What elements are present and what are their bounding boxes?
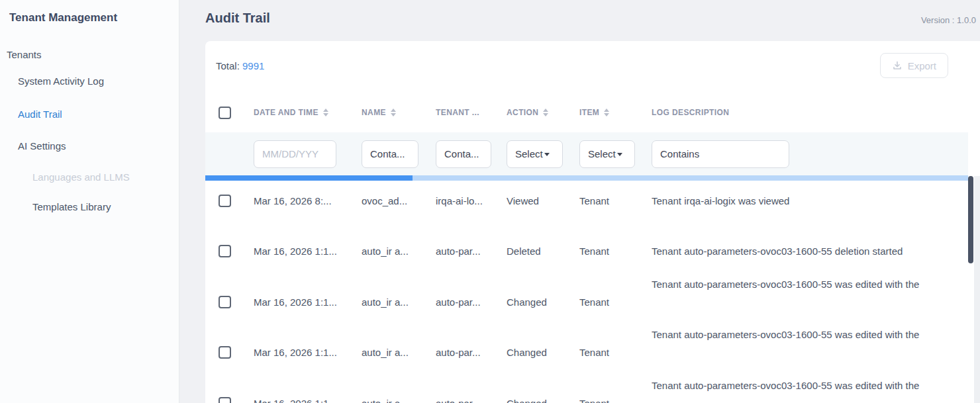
select-all-checkbox[interactable] [219,107,231,119]
cell-tenant: auto-par... [436,246,507,257]
cell-item: Tenant [579,296,652,308]
cell-tenant: irqa-ai-lo... [436,195,507,206]
column-header-label: NAME [362,108,386,117]
sort-arrows-icon[interactable] [543,109,548,116]
table-viewport: DATE AND TIMENAMETENANT ...ACTIONITEMLOG… [205,93,968,403]
horizontal-scrollbar[interactable] [205,175,968,181]
main-area: Audit Trail Version : 1.0.0 Total: 9991 … [180,0,980,403]
cell-action: Changed [507,296,579,308]
cell-description: Tenant irqa-ai-logix was viewed [652,195,968,206]
column-header-label: ITEM [579,108,599,117]
vertical-scrollbar-track [974,176,980,403]
chevron-down-icon [544,153,550,156]
row-checkbox[interactable] [219,346,231,359]
cell-date: Mar 16, 2026 1:1... [254,398,362,403]
row-checkbox[interactable] [219,296,231,308]
cell-name: auto_ir a... [362,398,436,403]
filter-input-description[interactable]: Contains [652,140,789,168]
filter-input-name[interactable]: Conta... [362,140,418,168]
filter-input-date[interactable]: MM/DD/YYY [254,140,336,168]
row-checkbox[interactable] [219,397,231,403]
column-header-label: DATE AND TIME [254,108,318,117]
export-button-label: Export [908,60,936,71]
cell-tenant: auto-par... [436,347,507,358]
sort-arrows-icon[interactable] [604,109,609,116]
cell-action: Viewed [507,195,579,206]
filter-select-item[interactable]: Select [579,140,635,168]
chevron-down-icon [617,153,622,156]
cell-date: Mar 16, 2026 1:1... [254,246,362,257]
total-value: 9991 [242,60,264,71]
sidebar-item-ai-settings[interactable]: AI Settings [18,139,66,154]
sidebar-item-system-activity-log[interactable]: System Activity Log [18,74,104,89]
column-header-name[interactable]: NAME [362,108,436,117]
download-icon [892,60,903,71]
table-row[interactable]: Mar 16, 2026 1:1...auto_ir a...auto-par.… [205,378,968,403]
sort-arrows-icon[interactable] [323,109,328,116]
total-count: Total: 9991 [216,60,264,71]
table-body: Mar 16, 2026 8:...ovoc_ad...irqa-ai-lo..… [205,175,968,403]
table-header-row: DATE AND TIMENAMETENANT ...ACTIONITEMLOG… [205,93,968,132]
cell-item: Tenant [579,398,652,403]
cell-name: ovoc_ad... [362,195,436,206]
cell-action: Deleted [507,246,579,257]
table-row[interactable]: Mar 16, 2026 1:1...auto_ir a...auto-par.… [205,226,968,277]
row-checkbox[interactable] [219,195,231,207]
total-label: Total: [216,60,240,71]
cell-action: Changed [507,398,579,403]
cell-date: Mar 16, 2026 1:1... [254,347,362,358]
column-header-label: ACTION [507,108,538,117]
filter-text: Conta... [370,148,405,159]
horizontal-scrollbar-thumb[interactable] [205,175,413,181]
export-button[interactable]: Export [880,53,948,78]
sidebar-item-audit-trail[interactable]: Audit Trail [18,107,62,122]
table-row[interactable]: Mar 16, 2026 1:1...auto_ir a...auto-par.… [205,328,968,379]
sidebar-item-languages-and-llms: Languages and LLMS [32,170,130,185]
cell-description: Tenant auto-parameters-ovoc03-1600-55 wa… [652,329,968,340]
filter-input-tenant[interactable]: Conta... [436,140,491,168]
sidebar-item-tenants[interactable]: Tenants [7,48,42,62]
table-row[interactable]: Mar 16, 2026 1:1...auto_ir a...auto-par.… [205,277,968,328]
column-header-tenant: TENANT ... [436,108,507,117]
cell-description: Tenant auto-parameters-ovoc03-1600-55 de… [652,246,968,257]
filter-text: Conta... [444,148,479,159]
version-label: Version : 1.0.0 [921,15,976,25]
column-header-action[interactable]: ACTION [507,108,579,117]
cell-tenant: auto-par... [436,296,507,308]
filter-text: Select [588,148,616,159]
cell-name: auto_ir a... [362,296,436,308]
cell-date: Mar 16, 2026 8:... [254,195,362,206]
page-title: Audit Trail [205,11,270,26]
cell-item: Tenant [579,347,652,358]
filter-text: MM/DD/YYY [262,148,318,159]
table-row[interactable]: Mar 16, 2026 8:...ovoc_ad...irqa-ai-lo..… [205,175,968,226]
column-header-date[interactable]: DATE AND TIME [254,108,362,117]
column-header-item[interactable]: ITEM [579,108,652,117]
cell-date: Mar 16, 2026 1:1... [254,296,362,308]
row-checkbox[interactable] [219,245,231,257]
cell-item: Tenant [579,195,652,206]
cell-item: Tenant [579,246,652,257]
column-header-label: LOG DESCRIPTION [652,108,729,117]
audit-trail-card: Total: 9991 Export DATE AND TIMENAMETENA… [205,41,980,403]
sort-arrows-icon[interactable] [391,109,396,116]
cell-action: Changed [507,347,579,358]
filter-text: Select [515,148,543,159]
filter-select-action[interactable]: Select [507,140,563,168]
cell-description: Tenant auto-parameters-ovoc03-1600-55 wa… [652,380,968,391]
column-header-description: LOG DESCRIPTION [652,108,968,117]
cell-tenant: auto-par... [436,398,507,403]
filter-text: Contains [660,148,699,159]
cell-name: auto_ir a... [362,347,436,358]
column-header-label: TENANT ... [436,108,479,117]
sidebar: Tenant Management TenantsSystem Activity… [0,0,179,403]
table-filter-row: MM/DD/YYYConta...Conta...SelectSelectCon… [205,132,968,175]
cell-name: auto_ir a... [362,246,436,257]
cell-description: Tenant auto-parameters-ovoc03-1600-55 wa… [652,279,968,290]
sidebar-item-templates-library[interactable]: Templates Library [32,200,111,214]
vertical-scrollbar-thumb[interactable] [968,176,973,263]
sidebar-title: Tenant Management [9,11,117,24]
